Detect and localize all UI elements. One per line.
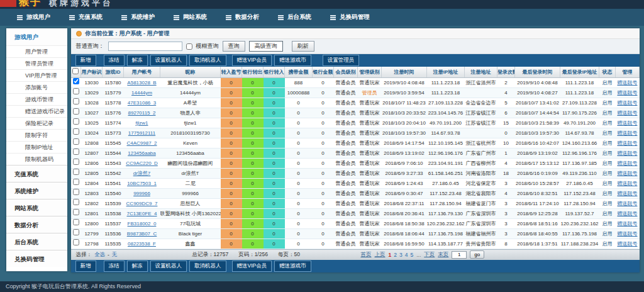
toolbar-button-toolbar-bottom-4[interactable]: 取消机器人 <box>189 261 226 272</box>
toolbar-button-toolbar-top-7[interactable]: 设置管理员 <box>323 55 360 66</box>
sidebar-section-4[interactable]: 后台系统 <box>6 233 67 250</box>
search-input[interactable] <box>108 42 182 51</box>
account-link[interactable]: 1775912111 <box>128 130 155 136</box>
account-link[interactable]: A5813028_B <box>127 80 156 86</box>
row-checkbox[interactable] <box>73 199 79 205</box>
advanced-query-button[interactable]: 高级查询 <box>249 41 283 52</box>
row-checkbox[interactable] <box>73 108 79 115</box>
select-none-link[interactable]: 无 <box>112 251 118 259</box>
row-checkbox[interactable] <box>73 149 79 155</box>
row-checkbox[interactable] <box>73 169 79 175</box>
nav-item-3[interactable]: 网站系统 <box>164 9 216 26</box>
account-link[interactable]: C4AC9987_2 <box>126 140 157 146</box>
toolbar-button-toolbar-top-0[interactable]: 新增 <box>75 55 96 66</box>
sidebar-item-0[interactable]: 用户管理 <box>6 45 67 57</box>
manage-link[interactable]: 赠送靓号 <box>618 110 638 116</box>
manage-link[interactable]: 赠送靓号 <box>618 211 638 216</box>
manage-link[interactable]: 赠送靓号 <box>618 120 638 126</box>
next-page-link[interactable]: 下页 <box>424 251 435 259</box>
prev-page-link[interactable]: 上页 <box>375 251 386 259</box>
row-checkbox[interactable] <box>73 78 79 84</box>
account-link[interactable]: 14444ym <box>131 90 152 96</box>
account-link[interactable]: 89270115_2 <box>128 110 156 116</box>
sidebar-section-games[interactable]: 游戏用户 <box>6 28 67 45</box>
sidebar-section-2[interactable]: 网站系统 <box>6 199 67 216</box>
sidebar-section-0[interactable]: 充值系统 <box>6 165 67 182</box>
sidebar-item-5[interactable]: 赠送游戏币记录 <box>6 105 67 117</box>
account-link[interactable]: CC9AC220_D <box>126 160 158 166</box>
account-link[interactable]: FB318002_0 <box>128 221 157 227</box>
sidebar-item-7[interactable]: 限制字符 <box>6 129 67 141</box>
refresh-button[interactable]: 刷新 <box>292 41 314 52</box>
first-page-link[interactable]: 首页 <box>361 251 372 259</box>
sidebar-section-3[interactable]: 数据分析 <box>6 216 67 233</box>
account-link[interactable]: 7C13E0FE_4 <box>126 211 157 216</box>
toolbar-button-toolbar-top-1[interactable]: 冻结 <box>104 55 125 66</box>
manage-link[interactable]: 赠送靓号 <box>618 140 638 146</box>
manage-link[interactable]: 赠送靓号 <box>618 130 638 136</box>
page-go-button[interactable]: go <box>470 250 484 259</box>
account-link[interactable]: CC909DC9_7 <box>126 201 158 206</box>
row-checkbox[interactable] <box>73 159 79 165</box>
manage-link[interactable]: 赠送靓号 <box>618 90 638 96</box>
account-link[interactable]: 10BC7503_1 <box>127 181 157 186</box>
row-checkbox[interactable] <box>73 229 79 235</box>
nav-item-5[interactable]: 后台系统 <box>269 9 321 26</box>
row-checkbox[interactable] <box>73 118 79 125</box>
nav-item-2[interactable]: 系统维护 <box>112 9 164 26</box>
nav-item-1[interactable]: 充值系统 <box>60 9 112 26</box>
page-link-2[interactable]: 2 <box>394 252 397 258</box>
last-page-link[interactable]: 末页 <box>438 251 448 259</box>
toolbar-button-toolbar-bottom-0[interactable]: 新增 <box>75 261 96 272</box>
sidebar-item-4[interactable]: 游戏币管理 <box>6 93 67 105</box>
manage-link[interactable]: 赠送靓号 <box>618 171 638 176</box>
account-link[interactable]: dr浪然7 <box>133 171 151 176</box>
manage-link[interactable]: 赠送靓号 <box>618 221 638 227</box>
page-link-5[interactable]: 5 <box>410 252 413 258</box>
account-link[interactable]: 123456aaba <box>128 150 156 156</box>
manage-link[interactable]: 赠送靓号 <box>618 150 638 156</box>
sidebar-section-5[interactable]: 兑换码管理 <box>6 250 67 267</box>
sidebar-item-2[interactable]: VIP用户管理 <box>6 69 67 81</box>
row-checkbox[interactable] <box>73 239 79 245</box>
account-link[interactable]: fjlzw1 <box>135 120 148 126</box>
toolbar-button-toolbar-top-3[interactable]: 设置机器人 <box>150 55 187 66</box>
row-checkbox[interactable] <box>73 98 79 104</box>
sidebar-item-3[interactable]: 添加账号 <box>6 81 67 93</box>
select-all-checkbox[interactable] <box>72 68 79 74</box>
toolbar-button-toolbar-bottom-2[interactable]: 解冻 <box>127 261 148 272</box>
manage-link[interactable]: 赠送靓号 <box>618 80 638 86</box>
row-checkbox[interactable] <box>73 88 79 94</box>
manage-link[interactable]: 赠送靓号 <box>618 201 638 206</box>
fuzzy-search-checkbox[interactable] <box>186 43 192 50</box>
nav-item-0[interactable]: 游戏用户 <box>8 9 60 26</box>
toolbar-button-toolbar-bottom-6[interactable]: 赠送游戏币 <box>274 261 311 272</box>
nav-item-4[interactable]: 数据分析 <box>216 9 269 26</box>
sidebar-item-9[interactable]: 限制机器码 <box>6 153 67 165</box>
row-checkbox[interactable] <box>73 219 79 225</box>
manage-link[interactable]: 赠送靓号 <box>618 231 638 237</box>
manage-link[interactable]: 赠送靓号 <box>618 241 638 247</box>
sidebar-item-8[interactable]: 限制IP地址 <box>6 141 67 153</box>
toolbar-button-toolbar-top-6[interactable]: 赠送游戏币 <box>274 55 311 66</box>
sidebar-item-6[interactable]: 保险柜记录 <box>6 117 67 129</box>
sidebar-section-1[interactable]: 系统维护 <box>6 182 67 199</box>
row-checkbox[interactable] <box>73 138 79 145</box>
toolbar-button-toolbar-bottom-1[interactable]: 冻结 <box>104 261 125 272</box>
toolbar-button-toolbar-top-5[interactable]: 赠送VIP会员 <box>232 55 272 66</box>
toolbar-button-toolbar-bottom-3[interactable]: 设置机器人 <box>150 261 187 272</box>
page-link-4[interactable]: 4 <box>405 252 408 258</box>
page-link-3[interactable]: 3 <box>399 252 402 258</box>
toolbar-button-toolbar-top-4[interactable]: 取消机器人 <box>189 55 226 66</box>
sidebar-item-1[interactable]: 管理员管理 <box>6 57 67 69</box>
manage-link[interactable]: 赠送靓号 <box>618 191 638 196</box>
account-link[interactable]: B9873B07_C <box>127 231 157 237</box>
account-link[interactable]: 08223538_F <box>128 241 156 247</box>
manage-link[interactable]: 赠送靓号 <box>618 100 638 106</box>
row-checkbox[interactable] <box>73 128 79 135</box>
select-all-link[interactable]: 全选 <box>94 251 105 259</box>
row-checkbox[interactable] <box>73 179 79 185</box>
current-page[interactable]: 1 <box>389 252 392 258</box>
toolbar-button-toolbar-top-2[interactable]: 解冻 <box>127 55 148 66</box>
manage-link[interactable]: 赠送靓号 <box>618 160 638 166</box>
